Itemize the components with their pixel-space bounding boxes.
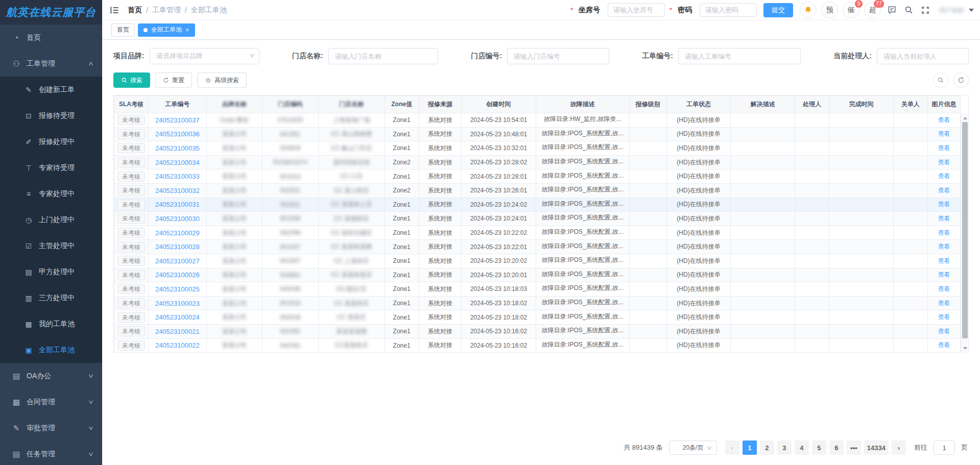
view-images-link[interactable]: 查看: [938, 173, 950, 180]
order-number-link[interactable]: 240523100034: [155, 159, 200, 166]
submit-button[interactable]: 提交: [763, 3, 793, 17]
view-images-link[interactable]: 查看: [938, 201, 950, 208]
view-images-link[interactable]: 查看: [938, 328, 950, 335]
seat-input[interactable]: [608, 3, 665, 17]
sidebar-item-11[interactable]: ▥三方处理中: [0, 285, 102, 311]
order-number-link[interactable]: 240523100025: [155, 285, 200, 293]
view-images-link[interactable]: 查看: [938, 300, 950, 307]
table-row[interactable]: 未考核240523100022某某公司942091CC某某路店Zone1系统对接…: [114, 338, 961, 353]
view-images-link[interactable]: 查看: [938, 243, 950, 250]
table-row[interactable]: 未考核240523100025某某公司643048CC/某区/店Zone1系统对…: [114, 282, 961, 297]
table-row[interactable]: 未考核240523100030某某公司801938CC 某期路店Zone1系统对…: [114, 212, 961, 226]
sidebar-item-16[interactable]: ✎审批管理∨: [0, 415, 102, 441]
more-pages-button[interactable]: •••: [847, 440, 861, 455]
order-number-link[interactable]: 240523100027: [155, 257, 200, 265]
view-images-link[interactable]: 查看: [938, 229, 950, 236]
close-icon[interactable]: ×: [185, 27, 189, 33]
page-button-3[interactable]: 3: [777, 440, 792, 455]
message-button[interactable]: [886, 4, 898, 16]
sidebar-item-14[interactable]: ▤OA办公∨: [0, 363, 102, 389]
table-row[interactable]: 未考核240523100035某某公司933828CC 象山门市店Zone1系统…: [114, 141, 961, 156]
order-number-link[interactable]: 240523100028: [155, 243, 200, 251]
prev-page-button[interactable]: ‹: [725, 440, 739, 455]
order-number-link[interactable]: 240523100026: [155, 271, 200, 279]
order-number-link[interactable]: 240523100031: [155, 201, 200, 208]
page-size-select[interactable]: 20条/页∨: [669, 440, 717, 455]
view-images-link[interactable]: 查看: [938, 144, 950, 152]
order-number-link[interactable]: 240523100037: [155, 116, 200, 124]
sidebar-item-13[interactable]: ▣全部工单池: [0, 337, 102, 363]
table-row[interactable]: 未考核240523100024某某公司953028CC 某某店Zone1系统对接…: [114, 310, 961, 325]
filter-input-4[interactable]: [678, 48, 801, 64]
order-number-link[interactable]: 240523100029: [155, 229, 200, 237]
menu-collapse-icon[interactable]: [109, 5, 121, 16]
breadcrumb-item[interactable]: 首页: [128, 6, 142, 15]
sidebar-item-2[interactable]: ⚇工单管理∧: [0, 51, 102, 77]
sidebar-item-6[interactable]: ⊤专家待受理: [0, 155, 102, 181]
tab-2[interactable]: 全部工单池×: [138, 23, 195, 37]
order-number-link[interactable]: 240523100033: [155, 173, 200, 180]
page-button-5[interactable]: 5: [812, 440, 826, 455]
view-images-link[interactable]: 查看: [938, 159, 950, 166]
scroll-up-icon[interactable]: [961, 114, 969, 121]
table-refresh-button[interactable]: [953, 72, 969, 88]
table-row[interactable]: 未考核240523100037Coda 餐饮CN11825上海某海广场Zone1…: [114, 113, 961, 128]
user-menu[interactable]: 用户名称: [939, 6, 974, 14]
sidebar-item-10[interactable]: ▤甲方处理中: [0, 259, 102, 285]
advanced-search-button[interactable]: 高级搜索: [197, 72, 247, 88]
view-images-link[interactable]: 查看: [938, 257, 950, 264]
table-row[interactable]: 未考核240523100028某某公司801937CC 某某路某楼Zone1系统…: [114, 240, 961, 254]
page-button-4[interactable]: 4: [795, 440, 809, 455]
pre-alert-button[interactable]: 预: [821, 2, 838, 18]
page-button-1[interactable]: 1: [743, 440, 757, 455]
view-images-link[interactable]: 查看: [938, 313, 950, 321]
table-row[interactable]: 未考核240523100034某某公司RCN84187A某时回路店面Zone2系…: [114, 155, 961, 169]
table-scrollbar[interactable]: [961, 113, 968, 353]
table-row[interactable]: 未考核240523100023某某公司801918CC 某某路店Zone1系统对…: [114, 296, 961, 310]
order-number-link[interactable]: 240523100036: [155, 130, 200, 138]
table-row[interactable]: 未考核240523100026某某公司933881CC 某某路某店Zone1系统…: [114, 268, 961, 282]
urge-alert-button[interactable]: 催 9: [843, 2, 859, 18]
table-row[interactable]: 未考核240523100036某某公司841951CC 某山路银楼Zone1系统…: [114, 127, 961, 141]
sidebar-item-15[interactable]: ▦合同管理∨: [0, 389, 102, 415]
sidebar-item-7[interactable]: ≡专家处理中: [0, 181, 102, 207]
notification-bell-button[interactable]: [800, 2, 817, 18]
table-search-toggle-button[interactable]: [933, 72, 948, 88]
order-number-link[interactable]: 240523100035: [155, 144, 200, 152]
scroll-down-icon[interactable]: [961, 345, 969, 352]
fullscreen-button[interactable]: [919, 4, 931, 16]
order-number-link[interactable]: 240523100021: [155, 328, 200, 335]
order-number-link[interactable]: 240523100032: [155, 187, 200, 194]
table-row[interactable]: 未考核240523100021某某公司931992某某某某楼Zone1系统对接2…: [114, 324, 961, 338]
sidebar-item-12[interactable]: ▦我的工单池: [0, 311, 102, 337]
view-images-link[interactable]: 查看: [938, 271, 950, 278]
filter-input-5[interactable]: [877, 48, 969, 64]
table-row[interactable]: 未考核240523100033某某公司801813CC 口店Zone1系统对接2…: [114, 169, 961, 184]
order-number-link[interactable]: 240523100022: [155, 341, 200, 349]
order-number-link[interactable]: 240523100024: [155, 313, 200, 321]
sidebar-item-17[interactable]: ▤任务管理∨: [0, 441, 102, 465]
view-images-link[interactable]: 查看: [938, 285, 950, 292]
page-button-2[interactable]: 2: [760, 440, 774, 455]
view-images-link[interactable]: 查看: [938, 187, 950, 194]
goto-page-input[interactable]: [934, 440, 955, 455]
order-number-link[interactable]: 240523100023: [155, 300, 200, 307]
sidebar-item-1[interactable]: ◔首页: [0, 25, 102, 51]
filter-input-3[interactable]: [507, 48, 609, 64]
filter-input-2[interactable]: [328, 48, 438, 64]
page-button-14334[interactable]: 14334: [864, 440, 889, 455]
sidebar-item-5[interactable]: ✐报修处理中: [0, 129, 102, 155]
view-images-link[interactable]: 查看: [938, 116, 950, 124]
tab-1[interactable]: 首页: [111, 23, 135, 37]
table-row[interactable]: 未考核240523100029某某公司932098CC 某路北侧店Zone1系统…: [114, 226, 961, 240]
view-images-link[interactable]: 查看: [938, 341, 950, 349]
table-row[interactable]: 未考核240523100031某某公司932911CC 某某路上店Zone1系统…: [114, 198, 961, 212]
view-images-link[interactable]: 查看: [938, 130, 950, 137]
reset-button[interactable]: 重置: [155, 72, 192, 88]
global-search-button[interactable]: [902, 4, 915, 16]
overdue-alert-button[interactable]: 超 77: [864, 2, 881, 18]
sidebar-item-9[interactable]: ☑主管处理中: [0, 233, 102, 259]
scrollbar-thumb[interactable]: [962, 122, 968, 338]
table-row[interactable]: 未考核240523100032某某公司932931CC 某小路店Zone2系统对…: [114, 183, 961, 198]
sidebar-item-8[interactable]: ◷上门处理中: [0, 207, 102, 233]
